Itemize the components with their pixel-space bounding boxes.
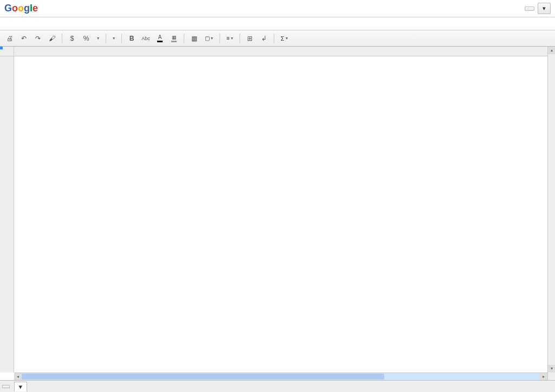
currency-icon[interactable]: $	[67, 33, 78, 44]
select-all-corner[interactable]	[0, 47, 14, 56]
scroll-left-icon[interactable]: ◂	[14, 373, 22, 380]
horizontal-scrollbar[interactable]: ◂ ▸	[14, 372, 547, 380]
sheet-tab-3[interactable]	[44, 385, 53, 388]
functions-dropdown[interactable]: Σ	[279, 35, 290, 42]
merge-icon[interactable]: ⊞	[244, 33, 255, 44]
add-sheet-button[interactable]	[2, 385, 10, 388]
borders-dropdown[interactable]: ▢	[203, 35, 215, 42]
menu-bar	[0, 17, 555, 30]
google-logo: Google	[4, 3, 38, 14]
wrap-icon[interactable]: ↲	[259, 33, 269, 44]
align-dropdown[interactable]: ≡	[224, 35, 235, 42]
paint-format-icon[interactable]: 🖌	[47, 33, 57, 44]
row-headers	[0, 56, 14, 372]
fill-color-icon[interactable]: ▦	[169, 33, 179, 44]
scroll-up-icon[interactable]: ▴	[548, 47, 555, 54]
percent-icon[interactable]: %	[81, 33, 92, 44]
bold-icon[interactable]: B	[126, 33, 137, 44]
header-bar: Google ▾	[0, 0, 555, 17]
toolbar: 🖨 ↶ ↷ 🖌 $ % B Abc A ▦ ▦ ▢ ≡ ⊞ ↲ Σ	[0, 30, 555, 47]
share-button[interactable]: ▾	[538, 3, 551, 14]
spreadsheet-grid: ▴ ▾ ◂ ▸	[0, 47, 555, 380]
strikethrough-icon[interactable]: Abc	[140, 33, 151, 44]
column-headers	[14, 47, 547, 56]
hscroll-track[interactable]	[22, 373, 540, 380]
print-icon[interactable]: 🖨	[4, 33, 15, 44]
scroll-right-icon[interactable]: ▸	[540, 373, 547, 380]
sheet-footer: ▾	[0, 380, 555, 392]
scroll-down-icon[interactable]: ▾	[548, 365, 555, 372]
cells-area[interactable]	[14, 56, 547, 372]
more-formats-dropdown[interactable]	[95, 35, 101, 41]
undo-icon[interactable]: ↶	[18, 33, 29, 44]
text-color-icon[interactable]: A	[154, 33, 165, 44]
hscroll-thumb[interactable]	[22, 374, 384, 380]
borders-icon[interactable]: ▦	[189, 33, 199, 44]
sheet-tab-1[interactable]: ▾	[14, 382, 27, 391]
vertical-scrollbar[interactable]: ▴ ▾	[547, 47, 555, 380]
font-size-dropdown[interactable]	[111, 35, 117, 41]
redo-icon[interactable]: ↷	[33, 33, 43, 44]
autosave-status	[525, 7, 534, 11]
sheet-tab-2[interactable]	[31, 385, 40, 388]
